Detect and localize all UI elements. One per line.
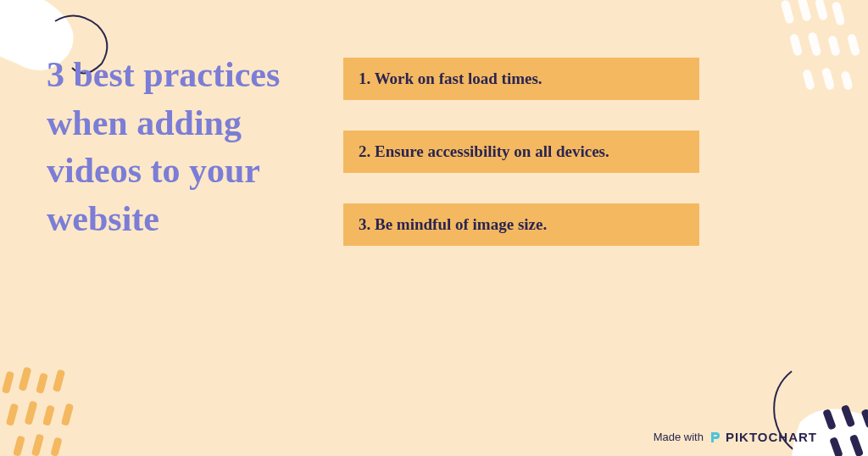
heading-section: 3 best practices when adding videos to y… bbox=[47, 51, 309, 380]
list-item: 1. Work on fast load times. bbox=[343, 58, 699, 100]
page-heading: 3 best practices when adding videos to y… bbox=[47, 51, 309, 243]
footer-brand: Made with PIKTOCHART bbox=[654, 430, 817, 444]
list-section: 1. Work on fast load times. 2. Ensure ac… bbox=[309, 51, 826, 380]
piktochart-icon bbox=[709, 431, 722, 444]
brand-name: PIKTOCHART bbox=[726, 430, 817, 444]
list-item: 2. Ensure accessibility on all devices. bbox=[343, 131, 699, 173]
list-item-text: 3. Be mindful of image size. bbox=[359, 215, 684, 234]
made-with-label: Made with bbox=[654, 431, 704, 443]
list-item-text: 2. Ensure accessibility on all devices. bbox=[359, 142, 684, 161]
list-item-text: 1. Work on fast load times. bbox=[359, 70, 684, 88]
list-item: 3. Be mindful of image size. bbox=[343, 203, 699, 246]
brand-logo: PIKTOCHART bbox=[709, 430, 817, 444]
